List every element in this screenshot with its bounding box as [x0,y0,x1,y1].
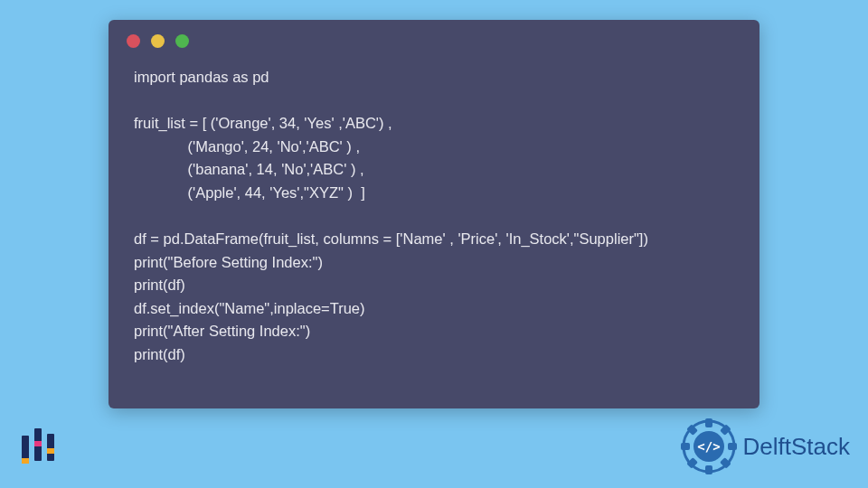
code-line: df = pd.DataFrame(fruit_list, columns = … [134,230,648,247]
code-window: import pandas as pd fruit_list = [ ('Ora… [108,20,760,408]
svg-rect-4 [728,443,737,450]
code-line: ('banana', 14, 'No','ABC' ) , [134,161,364,177]
svg-rect-2 [705,465,712,474]
code-line: import pandas as pd [134,69,269,85]
code-line: print(df) [134,346,185,362]
close-icon[interactable] [127,34,140,48]
code-block: import pandas as pd fruit_list = [ ('Ora… [108,55,760,384]
window-controls [108,20,760,55]
maximize-icon[interactable] [175,34,189,48]
gear-icon: </> [680,418,738,475]
code-line: ('Mango', 24, 'No','ABC' ) , [134,138,360,155]
code-line: df.set_index("Name",inplace=True) [134,300,365,316]
delftstack-logo: </> DelftStack [680,418,851,475]
svg-text:</>: </> [697,439,720,454]
svg-rect-1 [705,418,712,427]
brand-name: DelftStack [743,433,851,461]
left-logo-icon [18,425,63,470]
code-line: print("Before Setting Index:") [134,254,323,270]
minimize-icon[interactable] [151,34,165,48]
code-line: ('Apple', 44, 'Yes',"XYZ" ) ] [134,184,365,201]
code-line: print("After Setting Index:") [134,323,310,339]
code-line: print(df) [134,277,185,293]
code-line: fruit_list = [ ('Orange', 34, 'Yes' ,'AB… [134,115,392,131]
svg-rect-3 [681,443,690,450]
